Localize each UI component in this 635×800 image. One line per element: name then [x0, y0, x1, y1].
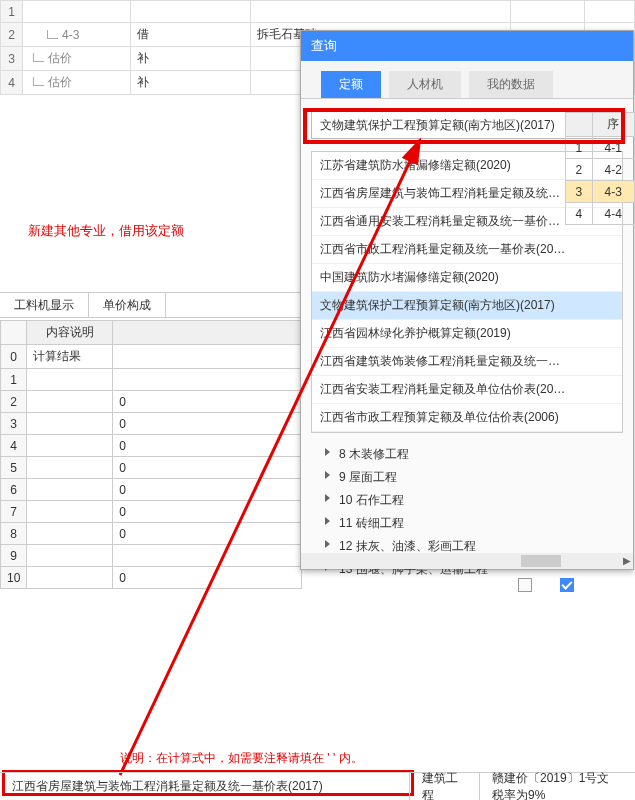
row-index: 3 — [1, 47, 23, 71]
row-index: 9 — [1, 545, 27, 567]
row-index: 2 — [566, 159, 593, 181]
table-row[interactable]: 1 — [1, 1, 635, 23]
cell: 0 — [113, 523, 302, 545]
row-index: 8 — [1, 523, 27, 545]
cell — [511, 1, 585, 23]
row-index: 4 — [566, 203, 593, 225]
tree-cell: 4-3 — [23, 23, 131, 47]
row-index: 6 — [1, 479, 27, 501]
cell: 0 — [113, 479, 302, 501]
tree-cell: 估价 — [23, 47, 131, 71]
lower-tabs: 工料机显示 单价构成 — [0, 292, 302, 318]
table-row[interactable]: 10 0 — [1, 567, 302, 589]
cell: 借 — [131, 23, 251, 47]
cell: 0 — [113, 435, 302, 457]
unchecked-box-icon[interactable] — [518, 578, 532, 592]
quota-combobox-value: 文物建筑保护工程预算定额(南方地区)(2017) — [320, 117, 555, 134]
row-index: 4 — [1, 71, 23, 95]
query-tab-mydata[interactable]: 我的数据 — [469, 71, 553, 98]
row-index: 7 — [1, 501, 27, 523]
cell — [27, 457, 113, 479]
dropdown-item[interactable]: 江西省市政工程消耗量定额及统一基价表(20… — [312, 236, 622, 264]
status-bar: 江西省房屋建筑与装饰工程消耗量定额及统一基价表(2017) 建筑工程 赣建价〔2… — [0, 772, 635, 800]
table-row[interactable]: 34-3 — [566, 181, 635, 203]
row-index: 0 — [1, 345, 27, 369]
table-row[interactable]: 1 — [1, 369, 302, 391]
row-index: 2 — [1, 23, 23, 47]
cell — [27, 435, 113, 457]
row-index: 3 — [566, 181, 593, 203]
table-row[interactable]: 5 0 — [1, 457, 302, 479]
dropdown-item[interactable]: 江西省建筑装饰装修工程消耗量定额及统一… — [312, 348, 622, 376]
table-row[interactable]: 4 0 — [1, 435, 302, 457]
right-index-grid: 序 14-124-234-344-4 — [565, 112, 635, 225]
query-tabs: 定额 人材机 我的数据 — [301, 61, 633, 99]
cell — [113, 369, 302, 391]
table-row[interactable]: 7 0 — [1, 501, 302, 523]
scrollbar-thumb[interactable] — [521, 555, 561, 567]
table-row[interactable]: 2 0 — [1, 391, 302, 413]
cell: 0 — [113, 567, 302, 589]
tree-item[interactable]: 11 砖细工程 — [311, 512, 623, 535]
dropdown-item[interactable]: 江西省市政工程预算定额及单位估价表(2006) — [312, 404, 622, 432]
dropdown-item[interactable]: 江西省安装工程消耗量定额及单位估价表(20… — [312, 376, 622, 404]
tab-price-composition[interactable]: 单价构成 — [89, 293, 166, 317]
cell — [131, 1, 251, 23]
row-index: 1 — [1, 1, 23, 23]
tree-cell — [23, 1, 131, 23]
horizontal-scrollbar[interactable]: ▶ — [301, 553, 633, 569]
cell: 补 — [131, 47, 251, 71]
cell — [27, 413, 113, 435]
status-quota-name: 江西省房屋建筑与装饰工程消耗量定额及统一基价表(2017) — [0, 773, 410, 800]
cell: 0 — [113, 391, 302, 413]
cell — [27, 391, 113, 413]
cell — [27, 567, 113, 589]
cell: 4-3 — [592, 181, 635, 203]
row-index: 1 — [1, 369, 27, 391]
cell — [27, 369, 113, 391]
cell: 计算结果 — [27, 345, 113, 369]
row-index: 3 — [1, 413, 27, 435]
cell — [113, 545, 302, 567]
right-header-seq: 序 — [592, 113, 635, 137]
cell — [113, 345, 302, 369]
table-row[interactable]: 44-4 — [566, 203, 635, 225]
dropdown-item[interactable]: 江西省园林绿化养护概算定额(2019) — [312, 320, 622, 348]
dropdown-item[interactable]: 中国建筑防水堵漏修缮定额(2020) — [312, 264, 622, 292]
query-tab-rencaiji[interactable]: 人材机 — [389, 71, 461, 98]
table-row[interactable]: 0 计算结果 — [1, 345, 302, 369]
cell — [251, 1, 511, 23]
row-index: 2 — [1, 391, 27, 413]
table-row[interactable]: 9 — [1, 545, 302, 567]
table-row[interactable]: 8 0 — [1, 523, 302, 545]
cell — [27, 545, 113, 567]
cell: 4-2 — [592, 159, 635, 181]
tree-item[interactable]: 10 石作工程 — [311, 489, 623, 512]
tree-item[interactable]: 9 屋面工程 — [311, 466, 623, 489]
tab-materials[interactable]: 工料机显示 — [0, 293, 89, 317]
desc-header-content: 内容说明 — [27, 321, 113, 345]
cell: 4-1 — [592, 137, 635, 159]
cell — [27, 479, 113, 501]
row-index: 10 — [1, 567, 27, 589]
table-row[interactable]: 6 0 — [1, 479, 302, 501]
dropdown-item[interactable]: 文物建筑保护工程预算定额(南方地区)(2017) — [312, 292, 622, 320]
table-row[interactable]: 3 0 — [1, 413, 302, 435]
row-index: 5 — [1, 457, 27, 479]
query-tab-quota[interactable]: 定额 — [321, 71, 381, 98]
description-table: 内容说明 0 计算结果 1 2 03 04 05 06 07 08 09 10 … — [0, 320, 302, 589]
status-tax: 赣建价〔2019〕1号文 税率为9% — [480, 773, 635, 800]
status-project-type: 建筑工程 — [410, 773, 480, 800]
checked-box-icon[interactable] — [560, 578, 574, 592]
row-index: 4 — [1, 435, 27, 457]
query-panel: 查询 定额 人材机 我的数据 文物建筑保护工程预算定额(南方地区)(2017) … — [300, 30, 634, 570]
row-options — [518, 578, 574, 592]
cell: 0 — [113, 501, 302, 523]
cell: 0 — [113, 457, 302, 479]
table-row[interactable]: 24-2 — [566, 159, 635, 181]
cell: 4-4 — [592, 203, 635, 225]
table-row[interactable]: 14-1 — [566, 137, 635, 159]
cell — [585, 1, 635, 23]
tree-item[interactable]: 8 木装修工程 — [311, 443, 623, 466]
scroll-right-icon[interactable]: ▶ — [623, 555, 631, 566]
